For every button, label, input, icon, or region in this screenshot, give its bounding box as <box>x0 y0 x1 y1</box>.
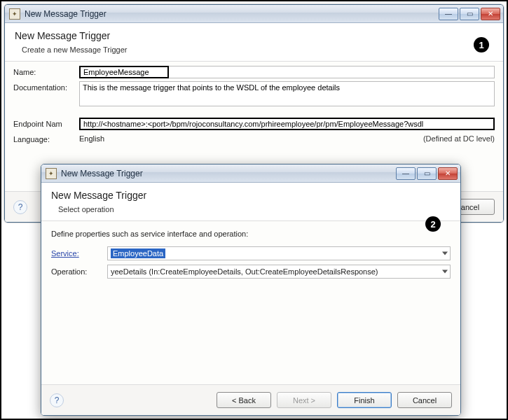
page-title: New Message Trigger <box>15 30 493 41</box>
documentation-input[interactable]: This is the message trigger that points … <box>79 81 495 106</box>
client-area: New Message Trigger Select operation 2 D… <box>41 183 460 415</box>
wizard-header: New Message Trigger Create a new Message… <box>5 23 503 62</box>
finish-button[interactable]: Finish <box>337 392 392 408</box>
maximize-button[interactable]: ▭ <box>417 167 437 180</box>
app-icon: ✦ <box>9 8 20 20</box>
window-controls: — ▭ ✕ <box>396 167 458 180</box>
label-endpoint: Endpoint Nam <box>13 118 79 128</box>
row-language: Language: English (Defined at DC level) <box>13 133 495 144</box>
language-value: English <box>79 134 104 143</box>
name-input-ext[interactable] <box>169 66 495 78</box>
help-icon[interactable]: ? <box>13 200 27 214</box>
label-documentation: Documentation: <box>13 81 79 92</box>
label-name: Name: <box>13 66 79 76</box>
description-text: Define properties such as service interf… <box>51 230 451 238</box>
titlebar[interactable]: ✦ New Message Trigger — ▭ ✕ <box>41 164 460 183</box>
page-subtitle: Select operation <box>58 205 451 214</box>
close-button[interactable]: ✕ <box>438 167 458 180</box>
label-service-link[interactable]: Service: <box>51 249 107 258</box>
page-subtitle: Create a new Message Trigger <box>22 46 493 54</box>
help-icon[interactable]: ? <box>50 393 64 407</box>
page-title: New Message Trigger <box>51 190 451 201</box>
dialog-new-message-trigger-step2: ✦ New Message Trigger — ▭ ✕ New Message … <box>41 164 461 416</box>
minimize-button[interactable]: — <box>396 167 416 180</box>
button-bar: ? < Back Next > Finish Cancel <box>41 384 460 415</box>
chevron-down-icon <box>442 252 448 255</box>
service-dropdown[interactable]: EmployeeData <box>107 246 451 260</box>
label-operation: Operation: <box>51 267 107 276</box>
row-service: Service: EmployeeData <box>51 246 451 260</box>
row-documentation: Documentation: This is the message trigg… <box>13 81 495 106</box>
annotation-badge-2: 2 <box>425 216 441 232</box>
maximize-button[interactable]: ▭ <box>460 8 479 20</box>
wizard-header: New Message Trigger Select operation 2 <box>41 183 460 221</box>
app-icon: ✦ <box>46 168 57 179</box>
annotation-badge-1: 1 <box>474 37 489 52</box>
close-button[interactable]: ✕ <box>481 8 500 20</box>
row-name: Name: <box>13 66 495 78</box>
cancel-button[interactable]: Cancel <box>397 392 452 408</box>
row-operation: Operation: yeeDetails (In:CreateEmployee… <box>51 265 451 279</box>
name-input[interactable] <box>79 66 169 78</box>
label-language: Language: <box>13 133 79 144</box>
next-button: Next > <box>277 392 331 408</box>
back-button[interactable]: < Back <box>217 392 271 408</box>
titlebar[interactable]: ✦ New Message Trigger — ▭ ✕ <box>5 5 503 23</box>
minimize-button[interactable]: — <box>439 8 458 20</box>
window-controls: — ▭ ✕ <box>439 8 500 20</box>
defined-at-text: (Defined at DC level) <box>423 134 495 143</box>
operation-dropdown[interactable]: yeeDetails (In:CreateEmployeeDetails, Ou… <box>107 265 451 279</box>
chevron-down-icon <box>442 270 448 274</box>
service-value: EmployeeData <box>111 248 165 258</box>
window-title: New Message Trigger <box>61 169 396 178</box>
endpoint-input[interactable] <box>79 118 495 130</box>
operation-value: yeeDetails (In:CreateEmployeeDetails, Ou… <box>111 267 378 276</box>
row-endpoint: Endpoint Nam <box>13 118 495 130</box>
screenshot-frame: ✦ New Message Trigger — ▭ ✕ New Message … <box>0 0 508 420</box>
window-title: New Message Trigger <box>25 9 439 19</box>
form-area: Define properties such as service interf… <box>41 221 460 384</box>
